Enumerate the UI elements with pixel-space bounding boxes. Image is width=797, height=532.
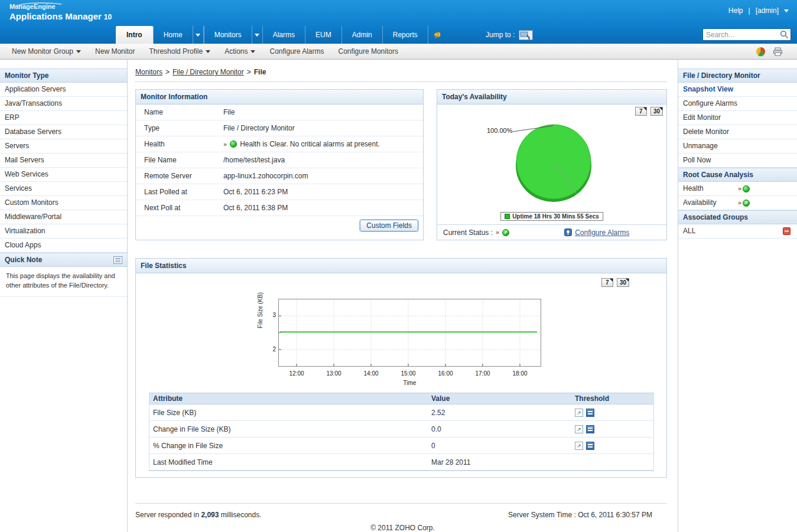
chevron-down-icon[interactable] — [252, 26, 263, 44]
new-monitor-group-menu[interactable]: New Monitor Group — [5, 47, 88, 56]
admin-menu[interactable]: [admin] — [756, 6, 779, 15]
graph-icon[interactable] — [575, 442, 583, 450]
sidebar-item-middleware-portal[interactable]: Middleware/Portal — [0, 210, 127, 224]
file-statistics-title: File Statistics — [136, 259, 666, 273]
info-row-next-poll: Next Poll at Oct 6, 2011 6:38 PM — [136, 200, 423, 216]
threshold-icon[interactable] — [586, 442, 594, 450]
product-name: Applications Manager — [9, 11, 102, 21]
breadcrumb-file-directory-monitor[interactable]: File / Directory Monitor — [173, 68, 244, 76]
search-icon[interactable] — [780, 30, 789, 39]
jump-to-label: Jump to : — [486, 31, 515, 39]
tab-eum[interactable]: EUM — [305, 26, 342, 44]
sidebar-item-servers[interactable]: Servers — [0, 139, 127, 154]
current-status-label: Current Status : — [443, 229, 493, 237]
sidebar-item-application-servers[interactable]: Application Servers — [0, 83, 127, 97]
snapshot-view-link[interactable]: Snapshot View — [678, 83, 797, 97]
custom-fields-button[interactable]: Custom Fields — [360, 220, 418, 231]
chevrons-icon: » — [496, 229, 499, 236]
monitor-information-title: Monitor Information — [136, 90, 423, 105]
edit-monitor-link[interactable]: Edit Monitor — [678, 111, 797, 125]
search-input[interactable] — [706, 31, 780, 39]
chevron-down-icon[interactable] — [193, 26, 204, 44]
rca-availability-link[interactable]: Availability » — [678, 196, 797, 210]
info-row-type: Type File / Directory Monitor — [136, 120, 423, 136]
monitor-actions-header: File / Directory Monitor — [678, 68, 797, 83]
configure-monitors-button[interactable]: Configure Monitors — [331, 47, 405, 56]
configure-alarms-icon — [564, 229, 572, 236]
tab-admin[interactable]: Admin — [342, 26, 383, 44]
rca-health-link[interactable]: Health » — [678, 182, 797, 196]
period-7-button[interactable]: 7 — [601, 278, 613, 287]
sidebar-item-services[interactable]: Services — [0, 182, 127, 196]
health-clear-icon — [230, 141, 237, 148]
info-row-name: Name File — [136, 105, 423, 120]
graph-icon[interactable] — [575, 425, 583, 433]
tab-alarms[interactable]: Alarms — [263, 26, 305, 44]
availability-footer: Current Status : » Configure Alarms — [437, 224, 666, 240]
server-response-time: Server responded in 2,093 milliseconds. — [135, 511, 262, 519]
brand-logo: ManageEngine Applications Manager10 — [9, 2, 112, 22]
attribute-table: Attribute Value Threshold File Size (KB)… — [149, 393, 654, 471]
sidebar-item-virtualization[interactable]: Virtualization — [0, 224, 127, 239]
sidebar-item-mail-servers[interactable]: Mail Servers — [0, 154, 127, 168]
info-row-remote-server: Remote Server app-linux1.zohocorpin.com — [136, 168, 423, 184]
table-row: Change in File Size (KB) 0.0 — [149, 421, 653, 438]
sidebar-item-web-services[interactable]: Web Services — [0, 168, 127, 182]
product-version: 10 — [104, 13, 112, 21]
monitor-information-panel: Monitor Information Name File Type File … — [135, 89, 424, 240]
sidebar-item-erp[interactable]: ERP — [0, 111, 127, 125]
delete-monitor-link[interactable]: Delete Monitor — [678, 125, 797, 139]
availability-title: Today's Availability — [437, 90, 666, 105]
configure-alarms-link[interactable]: Configure Alarms — [678, 97, 797, 111]
brand-swoosh-icon — [9, 2, 63, 11]
configure-alarms-button[interactable]: Configure Alarms — [262, 47, 331, 56]
table-row: Last Modified Time Mar 28 2011 — [149, 454, 653, 471]
threshold-icon[interactable] — [586, 409, 594, 417]
info-row-last-polled: Last Polled at Oct 6, 2011 6:23 PM — [136, 184, 423, 200]
breadcrumb-monitors[interactable]: Monitors — [135, 68, 162, 76]
search-box — [702, 28, 791, 41]
sidebar-item-cloud-apps[interactable]: Cloud Apps — [0, 239, 127, 253]
y-tick-label: 2 — [268, 346, 276, 353]
page-footer: Server responded in 2,093 milliseconds. … — [135, 503, 667, 519]
note-icon[interactable] — [113, 256, 122, 264]
unmanage-link[interactable]: Unmanage — [678, 139, 797, 154]
sidebar-item-java-transactions[interactable]: Java/Transactions — [0, 97, 127, 111]
top-header: ManageEngine Applications Manager10 Help… — [0, 0, 797, 26]
right-sidebar: File / Directory Monitor Snapshot View C… — [678, 60, 797, 532]
y-tick-label: 3 — [268, 312, 276, 318]
breadcrumb-divider — [135, 81, 667, 82]
threshold-icon[interactable] — [586, 425, 594, 433]
sidebar-item-database-servers[interactable]: Database Servers — [0, 125, 127, 139]
announcement-icon[interactable] — [428, 26, 448, 44]
tab-home[interactable]: Home — [153, 26, 193, 44]
sidebar-item-custom-monitors[interactable]: Custom Monitors — [0, 196, 127, 210]
help-link[interactable]: Help — [728, 6, 743, 15]
printer-icon[interactable] — [773, 47, 783, 56]
chevron-down-icon[interactable] — [784, 9, 789, 12]
tab-reports[interactable]: Reports — [383, 26, 428, 44]
new-monitor-button[interactable]: New Monitor — [88, 47, 142, 56]
actions-menu[interactable]: Actions — [217, 47, 262, 56]
availability-chart-area: 7 30 100.00% Uptime 18 Hrs 30 Mins 55 Se… — [437, 105, 666, 224]
poll-now-link[interactable]: Poll Now — [678, 154, 797, 168]
main-nav-bar: Intro Home Monitors Alarms EUM Admin Rep… — [0, 26, 797, 44]
period-30-button[interactable]: 30 — [617, 278, 629, 287]
monitor-type-header: Monitor Type — [0, 68, 127, 83]
jump-to-icon[interactable] — [519, 30, 533, 40]
quick-note-header: Quick Note — [0, 253, 127, 267]
page: { "header": { "brand_line1": "ManageEngi… — [0, 0, 797, 532]
group-action-icon[interactable] — [783, 227, 791, 235]
tab-intro[interactable]: Intro — [116, 26, 153, 44]
health-clear-icon — [743, 185, 750, 192]
configure-alarms-link[interactable]: Configure Alarms — [564, 229, 629, 237]
status-up-icon — [502, 229, 509, 236]
pie-chart-icon[interactable] — [756, 47, 766, 57]
pie-legend: Uptime 18 Hrs 30 Mins 55 Secs — [500, 212, 603, 221]
threshold-profile-menu[interactable]: Threshold Profile — [142, 47, 217, 56]
chevron-down-icon — [251, 50, 255, 53]
graph-icon[interactable] — [575, 409, 583, 417]
group-all-link[interactable]: ALL — [678, 224, 797, 239]
jump-to-group: Jump to : — [486, 26, 533, 44]
tab-monitors[interactable]: Monitors — [204, 26, 252, 44]
